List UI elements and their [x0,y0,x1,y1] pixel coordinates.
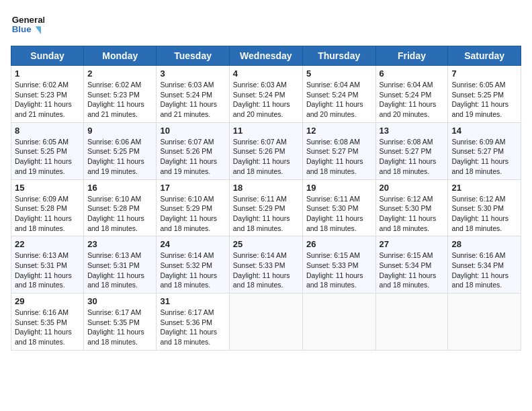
calendar-day-cell [229,293,302,351]
day-info: Sunrise: 6:06 AM Sunset: 5:25 PM Dayligh… [87,137,152,177]
calendar-day-cell [375,293,448,351]
day-number: 18 [233,183,299,193]
day-info: Sunrise: 6:08 AM Sunset: 5:27 PM Dayligh… [380,137,445,177]
calendar-day-header: Monday [84,46,157,66]
calendar-day-cell: 26Sunrise: 6:15 AM Sunset: 5:33 PM Dayli… [302,236,375,293]
calendar-day-cell: 9Sunrise: 6:06 AM Sunset: 5:25 PM Daylig… [84,122,157,179]
calendar-day-cell: 6Sunrise: 6:04 AM Sunset: 5:24 PM Daylig… [375,66,448,123]
calendar-day-cell: 23Sunrise: 6:13 AM Sunset: 5:31 PM Dayli… [84,236,157,293]
calendar-day-header: Sunday [11,46,84,66]
calendar-day-cell: 24Sunrise: 6:14 AM Sunset: 5:32 PM Dayli… [157,236,229,293]
calendar-day-cell: 29Sunrise: 6:16 AM Sunset: 5:35 PM Dayli… [11,293,84,351]
calendar-day-cell: 27Sunrise: 6:15 AM Sunset: 5:34 PM Dayli… [375,236,448,293]
calendar-day-cell: 15Sunrise: 6:09 AM Sunset: 5:28 PM Dayli… [11,179,84,236]
calendar-day-cell: 30Sunrise: 6:17 AM Sunset: 5:35 PM Dayli… [84,293,157,351]
day-info: Sunrise: 6:02 AM Sunset: 5:23 PM Dayligh… [15,80,80,120]
calendar-day-cell: 14Sunrise: 6:09 AM Sunset: 5:27 PM Dayli… [448,122,521,179]
logo-icon: General Blue [11,11,44,38]
day-info: Sunrise: 6:13 AM Sunset: 5:31 PM Dayligh… [87,250,152,290]
day-number: 7 [451,68,517,79]
day-info: Sunrise: 6:12 AM Sunset: 5:30 PM Dayligh… [380,194,445,234]
day-info: Sunrise: 6:10 AM Sunset: 5:29 PM Dayligh… [160,194,225,234]
calendar-day-header: Thursday [302,46,375,66]
day-info: Sunrise: 6:07 AM Sunset: 5:26 PM Dayligh… [160,137,225,177]
day-number: 31 [160,296,225,306]
calendar-week-row: 22Sunrise: 6:13 AM Sunset: 5:31 PM Dayli… [11,236,521,293]
calendar-week-row: 29Sunrise: 6:16 AM Sunset: 5:35 PM Dayli… [11,293,521,351]
day-info: Sunrise: 6:16 AM Sunset: 5:35 PM Dayligh… [15,308,80,347]
day-number: 2 [87,68,152,79]
calendar-day-cell: 19Sunrise: 6:11 AM Sunset: 5:30 PM Dayli… [302,179,375,236]
day-number: 15 [15,183,80,193]
day-info: Sunrise: 6:05 AM Sunset: 5:25 PM Dayligh… [451,80,517,120]
day-info: Sunrise: 6:03 AM Sunset: 5:24 PM Dayligh… [233,80,299,120]
day-number: 16 [87,183,152,193]
day-number: 23 [87,239,152,249]
day-number: 10 [160,126,225,136]
calendar-day-cell: 16Sunrise: 6:10 AM Sunset: 5:28 PM Dayli… [84,179,157,236]
day-number: 9 [87,126,152,136]
day-info: Sunrise: 6:14 AM Sunset: 5:33 PM Dayligh… [233,250,299,290]
calendar-day-cell: 22Sunrise: 6:13 AM Sunset: 5:31 PM Dayli… [11,236,84,293]
calendar-day-cell: 20Sunrise: 6:12 AM Sunset: 5:30 PM Dayli… [375,179,448,236]
svg-text:Blue: Blue [12,24,32,34]
calendar-day-cell [302,293,375,351]
calendar-day-cell: 21Sunrise: 6:12 AM Sunset: 5:30 PM Dayli… [448,179,521,236]
calendar-day-cell: 17Sunrise: 6:10 AM Sunset: 5:29 PM Dayli… [157,179,229,236]
day-number: 3 [160,68,225,79]
day-info: Sunrise: 6:05 AM Sunset: 5:25 PM Dayligh… [15,137,80,177]
day-info: Sunrise: 6:04 AM Sunset: 5:24 PM Dayligh… [380,80,445,120]
calendar-day-cell: 5Sunrise: 6:04 AM Sunset: 5:24 PM Daylig… [302,66,375,123]
day-number: 4 [233,68,299,79]
day-info: Sunrise: 6:16 AM Sunset: 5:34 PM Dayligh… [451,250,517,290]
day-number: 29 [15,296,80,306]
day-info: Sunrise: 6:15 AM Sunset: 5:33 PM Dayligh… [306,250,372,290]
calendar-day-cell: 11Sunrise: 6:07 AM Sunset: 5:26 PM Dayli… [229,122,302,179]
day-number: 14 [451,126,517,136]
day-number: 28 [451,239,517,249]
day-info: Sunrise: 6:04 AM Sunset: 5:24 PM Dayligh… [306,80,372,120]
logo: General Blue [11,11,44,38]
day-info: Sunrise: 6:14 AM Sunset: 5:32 PM Dayligh… [160,250,225,290]
calendar-day-cell: 28Sunrise: 6:16 AM Sunset: 5:34 PM Dayli… [448,236,521,293]
calendar-day-cell: 31Sunrise: 6:17 AM Sunset: 5:36 PM Dayli… [157,293,229,351]
day-number: 21 [451,183,517,193]
day-info: Sunrise: 6:09 AM Sunset: 5:27 PM Dayligh… [451,137,517,177]
calendar-header-row: SundayMondayTuesdayWednesdayThursdayFrid… [11,46,521,66]
calendar-day-cell: 3Sunrise: 6:03 AM Sunset: 5:24 PM Daylig… [157,66,229,123]
calendar-day-cell: 4Sunrise: 6:03 AM Sunset: 5:24 PM Daylig… [229,66,302,123]
calendar-day-cell [448,293,521,351]
day-info: Sunrise: 6:17 AM Sunset: 5:35 PM Dayligh… [87,308,152,347]
calendar-day-cell: 8Sunrise: 6:05 AM Sunset: 5:25 PM Daylig… [11,122,84,179]
day-number: 26 [306,239,372,249]
calendar-day-cell: 7Sunrise: 6:05 AM Sunset: 5:25 PM Daylig… [448,66,521,123]
calendar-week-row: 1Sunrise: 6:02 AM Sunset: 5:23 PM Daylig… [11,66,521,123]
day-number: 22 [15,239,80,249]
day-number: 5 [306,68,372,79]
day-number: 8 [15,126,80,136]
calendar-day-cell: 10Sunrise: 6:07 AM Sunset: 5:26 PM Dayli… [157,122,229,179]
day-info: Sunrise: 6:12 AM Sunset: 5:30 PM Dayligh… [451,194,517,234]
calendar-day-cell: 18Sunrise: 6:11 AM Sunset: 5:29 PM Dayli… [229,179,302,236]
day-info: Sunrise: 6:09 AM Sunset: 5:28 PM Dayligh… [15,194,80,234]
day-number: 19 [306,183,372,193]
day-info: Sunrise: 6:02 AM Sunset: 5:23 PM Dayligh… [87,80,152,120]
day-number: 20 [380,183,445,193]
day-info: Sunrise: 6:10 AM Sunset: 5:28 PM Dayligh… [87,194,152,234]
day-info: Sunrise: 6:15 AM Sunset: 5:34 PM Dayligh… [380,250,445,290]
day-number: 13 [380,126,445,136]
day-info: Sunrise: 6:08 AM Sunset: 5:27 PM Dayligh… [306,137,372,177]
day-info: Sunrise: 6:11 AM Sunset: 5:30 PM Dayligh… [306,194,372,234]
day-number: 6 [380,68,445,79]
day-number: 30 [87,296,152,306]
day-number: 25 [233,239,299,249]
day-number: 12 [306,126,372,136]
calendar-week-row: 8Sunrise: 6:05 AM Sunset: 5:25 PM Daylig… [11,122,521,179]
day-number: 24 [160,239,225,249]
calendar-day-cell: 13Sunrise: 6:08 AM Sunset: 5:27 PM Dayli… [375,122,448,179]
svg-marker-2 [36,26,41,34]
calendar-week-row: 15Sunrise: 6:09 AM Sunset: 5:28 PM Dayli… [11,179,521,236]
calendar-body: 1Sunrise: 6:02 AM Sunset: 5:23 PM Daylig… [11,66,521,351]
day-info: Sunrise: 6:11 AM Sunset: 5:29 PM Dayligh… [233,194,299,234]
day-info: Sunrise: 6:07 AM Sunset: 5:26 PM Dayligh… [233,137,299,177]
